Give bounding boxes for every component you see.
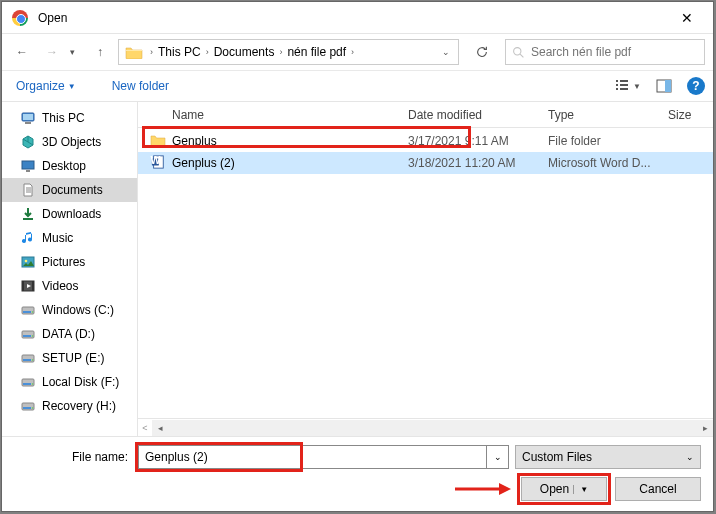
svg-rect-6 (620, 84, 628, 86)
sidebar-item-setup-e-[interactable]: SETUP (E:) (2, 346, 137, 370)
search-input[interactable] (531, 45, 698, 59)
chevron-right-icon: › (147, 47, 156, 57)
svg-point-17 (25, 260, 28, 263)
svg-rect-3 (616, 84, 618, 86)
horizontal-scrollbar[interactable]: < ◂ ▸ (138, 418, 713, 436)
search-box[interactable] (505, 39, 705, 65)
svg-rect-19 (22, 281, 24, 291)
folder-icon (150, 133, 166, 150)
svg-rect-5 (620, 80, 628, 82)
disk-icon (20, 398, 36, 414)
svg-point-26 (32, 335, 34, 337)
window-title: Open (38, 11, 67, 25)
crumb-documents[interactable]: Documents (212, 45, 277, 59)
svg-rect-15 (23, 218, 33, 220)
back-button[interactable]: ← (10, 40, 34, 64)
open-button[interactable]: Open▼ (521, 477, 607, 501)
file-row[interactable]: WGenplus (2)3/18/2021 11:20 AMMicrosoft … (138, 152, 713, 174)
crumb-this-pc[interactable]: This PC (156, 45, 203, 59)
svg-rect-12 (25, 122, 31, 124)
sidebar: This PC3D ObjectsDesktopDocumentsDownloa… (2, 102, 138, 436)
dialog-body: This PC3D ObjectsDesktopDocumentsDownloa… (2, 102, 713, 436)
sidebar-item-data-d-[interactable]: DATA (D:) (2, 322, 137, 346)
svg-rect-2 (616, 80, 618, 82)
folder-icon (125, 45, 143, 59)
chrome-icon (12, 10, 28, 26)
disk-icon (20, 350, 36, 366)
svg-rect-25 (23, 335, 31, 337)
sidebar-item-local-disk-f-[interactable]: Local Disk (F:) (2, 370, 137, 394)
bottom-bar: File name: ⌄ Custom Files⌄ Open▼ Cancel (2, 436, 713, 511)
pc-icon (20, 110, 36, 126)
col-type[interactable]: Type (538, 108, 658, 122)
col-name[interactable]: Name (138, 108, 398, 122)
view-menu[interactable]: ▼ (613, 75, 643, 97)
music-icon (20, 230, 36, 246)
sidebar-item-pictures[interactable]: Pictures (2, 250, 137, 274)
desktop-icon (20, 158, 36, 174)
open-dialog: Open ✕ ← → ▾ ↑ › This PC › Documents › n… (1, 1, 714, 512)
file-row[interactable]: Genplus3/17/2021 9:11 AMFile folder (138, 130, 713, 152)
sidebar-item-videos[interactable]: Videos (2, 274, 137, 298)
crumb-current[interactable]: nén file pdf (285, 45, 348, 59)
sidebar-item-recovery-h-[interactable]: Recovery (H:) (2, 394, 137, 418)
file-type-filter[interactable]: Custom Files⌄ (515, 445, 701, 469)
help-button[interactable]: ? (687, 77, 705, 95)
svg-text:W: W (150, 155, 160, 166)
documents-icon (20, 182, 36, 198)
sidebar-item-windows-c-[interactable]: Windows (C:) (2, 298, 137, 322)
svg-rect-7 (620, 88, 628, 90)
svg-rect-31 (23, 383, 31, 385)
svg-marker-40 (499, 483, 511, 495)
sidebar-item-music[interactable]: Music (2, 226, 137, 250)
sidebar-item-desktop[interactable]: Desktop (2, 154, 137, 178)
filename-dropdown[interactable]: ⌄ (487, 445, 509, 469)
svg-line-1 (520, 54, 523, 57)
toolbar: Organize▼ New folder ▼ ? (2, 70, 713, 102)
svg-rect-14 (26, 170, 30, 172)
svg-rect-9 (665, 80, 671, 92)
svg-point-29 (32, 359, 34, 361)
svg-point-23 (32, 311, 34, 313)
sort-indicator-icon: ˄ (418, 110, 422, 119)
sidebar-item-downloads[interactable]: Downloads (2, 202, 137, 226)
word-icon: W (150, 155, 166, 172)
up-button[interactable]: ↑ (88, 40, 112, 64)
annotation-arrow-icon (453, 481, 513, 497)
preview-pane-button[interactable] (649, 75, 679, 97)
column-headers: Name ˄ Date modified Type Size (138, 102, 713, 128)
sidebar-item-3d-objects[interactable]: 3D Objects (2, 130, 137, 154)
organize-menu[interactable]: Organize▼ (10, 75, 82, 97)
svg-rect-28 (23, 359, 31, 361)
svg-rect-11 (23, 114, 33, 120)
new-folder-button[interactable]: New folder (106, 75, 175, 97)
svg-rect-20 (32, 281, 34, 291)
filename-input[interactable] (138, 445, 487, 469)
file-list: Genplus3/17/2021 9:11 AMFile folderWGenp… (138, 128, 713, 418)
videos-icon (20, 278, 36, 294)
3d-icon (20, 134, 36, 150)
address-bar[interactable]: › This PC › Documents › nén file pdf › ⌄ (118, 39, 459, 65)
svg-rect-22 (23, 311, 31, 313)
title-bar: Open ✕ (2, 2, 713, 34)
disk-icon (20, 302, 36, 318)
chevron-right-icon: › (276, 47, 285, 57)
chevron-right-icon: › (203, 47, 212, 57)
address-dropdown[interactable]: ⌄ (436, 47, 456, 57)
search-icon (512, 46, 525, 59)
history-dropdown[interactable]: ▾ (70, 47, 82, 57)
svg-rect-13 (22, 161, 34, 169)
col-size[interactable]: Size (658, 108, 713, 122)
sidebar-item-documents[interactable]: Documents (2, 178, 137, 202)
cancel-button[interactable]: Cancel (615, 477, 701, 501)
sidebar-item-this-pc[interactable]: This PC (2, 106, 137, 130)
forward-button[interactable]: → (40, 40, 64, 64)
chevron-right-icon: › (348, 47, 357, 57)
nav-row: ← → ▾ ↑ › This PC › Documents › nén file… (2, 34, 713, 70)
svg-point-0 (514, 47, 521, 54)
refresh-button[interactable] (469, 39, 495, 65)
svg-rect-34 (23, 407, 31, 409)
svg-point-32 (32, 383, 34, 385)
close-button[interactable]: ✕ (665, 3, 709, 33)
filename-label: File name: (14, 450, 132, 464)
